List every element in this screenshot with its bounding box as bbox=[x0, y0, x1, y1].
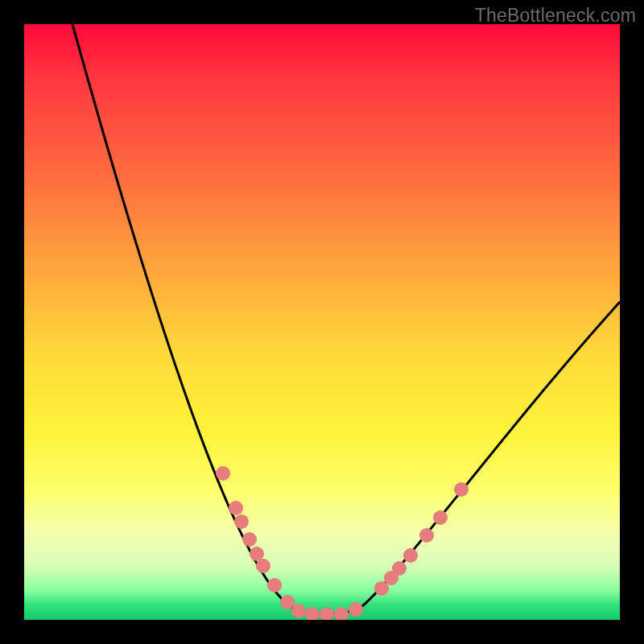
watermark-text: TheBottleneck.com bbox=[475, 5, 636, 27]
curve-marker bbox=[403, 548, 418, 563]
curve-marker bbox=[454, 482, 469, 497]
curve-marker bbox=[419, 528, 434, 543]
curve-marker bbox=[349, 602, 363, 617]
curve-marker bbox=[229, 501, 243, 515]
curve-marker bbox=[267, 578, 282, 592]
curve-marker bbox=[392, 561, 407, 576]
curve-marker bbox=[291, 604, 306, 618]
chart-plot-area bbox=[24, 24, 620, 620]
marker-group bbox=[216, 466, 469, 620]
curve-marker bbox=[320, 607, 334, 620]
curve-marker bbox=[433, 510, 448, 525]
curve-marker bbox=[234, 514, 249, 529]
bottleneck-curve bbox=[72, 24, 620, 614]
curve-marker bbox=[242, 532, 257, 547]
curve-marker bbox=[334, 607, 349, 620]
curve-marker bbox=[305, 607, 320, 620]
curve-marker bbox=[256, 559, 270, 573]
curve-marker bbox=[280, 595, 295, 609]
bottleneck-curve-svg bbox=[24, 24, 620, 620]
curve-marker bbox=[216, 466, 230, 481]
